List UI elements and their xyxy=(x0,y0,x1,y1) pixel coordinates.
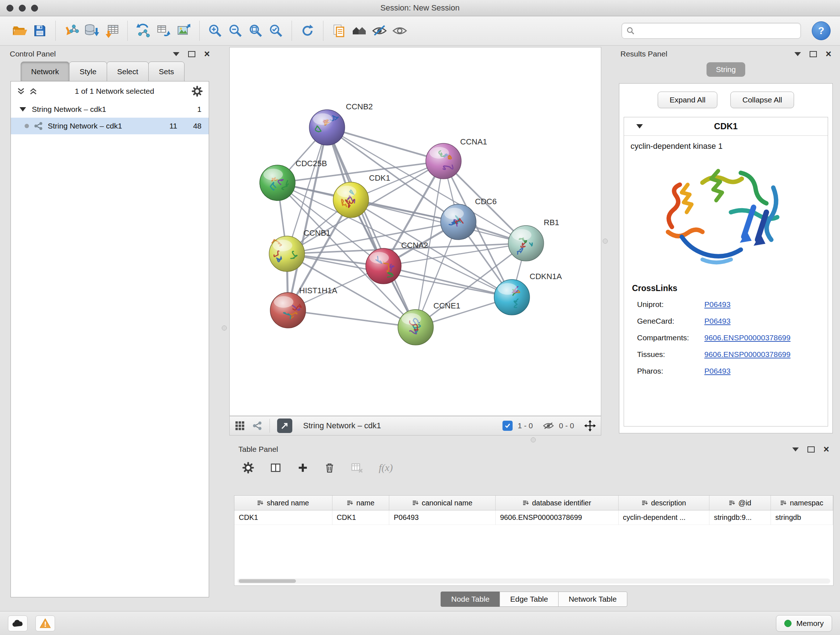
save-session-button[interactable] xyxy=(30,19,50,42)
window-zoom-button[interactable] xyxy=(31,5,38,11)
network-row-label: String Network – cdk1 xyxy=(48,122,122,130)
panel-collapse-icon[interactable] xyxy=(794,52,801,56)
zoom-in-button[interactable] xyxy=(205,19,225,42)
network-edge[interactable] xyxy=(327,127,416,327)
zoom-selected-icon xyxy=(268,23,284,39)
column-header-id[interactable]: @id xyxy=(709,496,771,510)
column-header-canonical-name[interactable]: canonical name xyxy=(389,496,496,510)
column-header-description[interactable]: description xyxy=(619,496,710,510)
column-header-name[interactable]: name xyxy=(332,496,390,510)
eye-slash-icon xyxy=(371,23,387,39)
hide-annotations-button[interactable] xyxy=(369,19,390,42)
export-image-button[interactable] xyxy=(174,19,194,42)
gear-icon[interactable] xyxy=(191,86,203,97)
clone-network-icon xyxy=(156,23,172,39)
pharos-link[interactable]: P06493 xyxy=(704,367,730,375)
expand-all-button[interactable]: Expand All xyxy=(658,92,717,108)
search-input[interactable] xyxy=(638,26,796,35)
delete-column-icon[interactable] xyxy=(324,462,335,473)
memory-status-icon xyxy=(784,620,791,627)
panel-float-icon[interactable] xyxy=(188,51,195,57)
panel-close-icon[interactable]: × xyxy=(823,445,829,454)
scrollbar-thumb[interactable] xyxy=(239,579,296,583)
crosslink-row: Pharos: P06493 xyxy=(624,363,828,379)
column-label: canonical name xyxy=(422,499,472,507)
tab-style[interactable]: Style xyxy=(69,62,107,81)
window-minimize-button[interactable] xyxy=(19,5,26,11)
memory-button[interactable]: Memory xyxy=(776,615,832,632)
string-view-icon[interactable] xyxy=(252,421,262,431)
expand-all-networks-icon[interactable] xyxy=(17,87,25,96)
tab-network[interactable]: Network xyxy=(21,62,69,81)
network-edge[interactable] xyxy=(288,310,416,327)
node-label-CCNA1: CCNA1 xyxy=(460,137,487,146)
add-column-icon[interactable] xyxy=(297,462,309,473)
pan-crosshair-icon[interactable] xyxy=(584,420,596,432)
genecard-link[interactable]: P06493 xyxy=(704,317,730,325)
network-collection-count: 1 xyxy=(197,105,202,114)
grid-view-icon[interactable] xyxy=(235,421,245,431)
network-edge[interactable] xyxy=(327,127,444,161)
zoom-selected-button[interactable] xyxy=(266,19,286,42)
horizontal-scrollbar[interactable] xyxy=(237,578,830,584)
tab-sets[interactable]: Sets xyxy=(148,62,185,81)
open-session-button[interactable] xyxy=(9,19,30,42)
collapse-all-networks-icon[interactable] xyxy=(29,87,38,96)
import-table-button[interactable] xyxy=(102,19,122,42)
import-network-from-database-button[interactable] xyxy=(81,19,102,42)
help-button[interactable]: ? xyxy=(812,21,831,40)
collapse-all-button[interactable]: Collapse All xyxy=(730,92,794,108)
tab-edge-table[interactable]: Edge Table xyxy=(500,592,559,607)
panel-float-icon[interactable] xyxy=(810,51,817,57)
detach-view-button[interactable] xyxy=(277,418,292,433)
network-canvas[interactable]: CCNB2CCNA1CDC25BCDK1CDC6RB1CCNB1CCNA2CDK… xyxy=(229,47,601,416)
warnings-button[interactable] xyxy=(35,616,55,631)
zoom-out-button[interactable] xyxy=(225,19,246,42)
apply-layout-button[interactable] xyxy=(297,19,317,42)
window-close-button[interactable] xyxy=(6,5,13,11)
network-edge[interactable] xyxy=(288,127,327,310)
cloud-button[interactable] xyxy=(8,616,27,631)
compartments-link[interactable]: 9606.ENSP00000378699 xyxy=(704,333,790,342)
panel-close-icon[interactable]: × xyxy=(204,49,210,59)
panel-close-icon[interactable]: × xyxy=(826,49,831,59)
zoom-fit-button[interactable] xyxy=(246,19,266,42)
tissues-link[interactable]: 9606.ENSP00000378699 xyxy=(704,350,790,359)
splitter-handle[interactable] xyxy=(531,437,536,442)
show-annotations-button[interactable] xyxy=(390,19,410,42)
network-selection-status: 1 of 1 Network selected xyxy=(41,87,188,96)
gear-icon[interactable] xyxy=(242,462,254,474)
network-row-selected[interactable]: String Network – cdk1 11 48 xyxy=(11,118,209,134)
cell-namespace: stringdb xyxy=(771,510,833,525)
uniprot-link[interactable]: P06493 xyxy=(704,300,730,309)
refresh-icon xyxy=(300,23,316,39)
tab-node-table[interactable]: Node Table xyxy=(441,592,500,607)
network-view-title: String Network – cdk1 xyxy=(303,421,381,431)
splitter-handle[interactable] xyxy=(603,239,608,244)
tree-expand-icon[interactable] xyxy=(19,107,26,111)
network-node-count: 11 xyxy=(161,122,177,130)
panel-float-icon[interactable] xyxy=(807,447,815,453)
birdseye-home-button[interactable] xyxy=(349,19,369,42)
panel-collapse-icon[interactable] xyxy=(173,52,180,56)
new-network-from-selection-button[interactable] xyxy=(133,19,153,42)
show-columns-icon[interactable] xyxy=(270,462,282,474)
tab-network-table[interactable]: Network Table xyxy=(558,592,627,607)
network-collection-row[interactable]: String Network – cdk1 1 xyxy=(11,101,209,118)
import-network-button[interactable] xyxy=(61,19,81,42)
column-header-namespace[interactable]: namespac xyxy=(771,496,833,510)
selected-checkbox-icon[interactable] xyxy=(502,421,513,431)
hidden-eye-icon[interactable] xyxy=(543,422,554,430)
tab-select[interactable]: Select xyxy=(107,62,149,81)
delete-table-icon-disabled xyxy=(351,461,363,474)
string-network-icon xyxy=(34,121,43,131)
section-collapse-icon[interactable] xyxy=(636,124,643,128)
tab-string[interactable]: String xyxy=(706,62,745,77)
splitter-handle[interactable] xyxy=(222,325,227,331)
panel-collapse-icon[interactable] xyxy=(792,448,799,451)
column-header-shared-name[interactable]: shared name xyxy=(234,496,332,510)
clone-network-button[interactable] xyxy=(153,19,174,42)
table-row[interactable]: CDK1 CDK1 P06493 9606.ENSP00000378699 cy… xyxy=(234,510,833,525)
column-header-database-identifier[interactable]: database identifier xyxy=(496,496,619,510)
copy-document-button[interactable] xyxy=(329,19,349,42)
